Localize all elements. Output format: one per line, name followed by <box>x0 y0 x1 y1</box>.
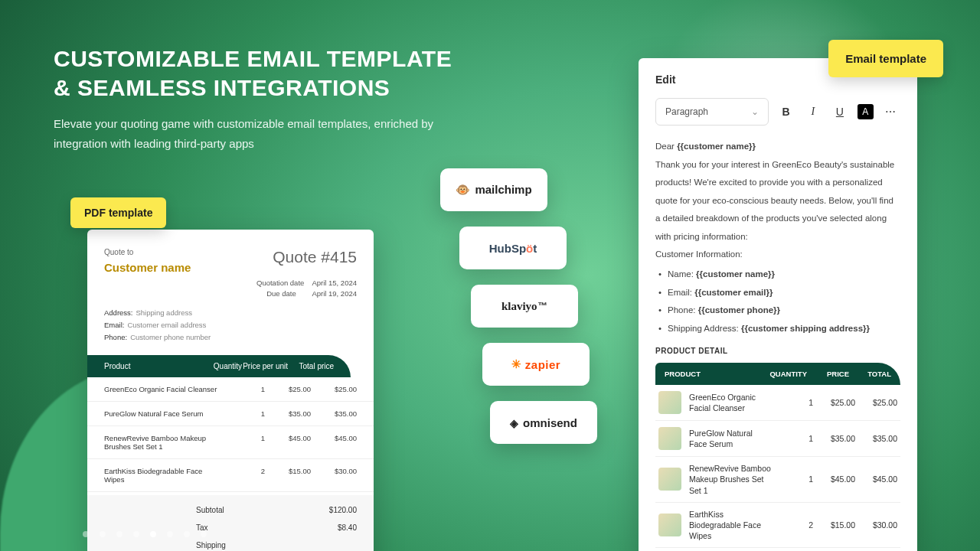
table-row: EarthKiss Biodegradable Face Wipes2$15.0… <box>87 459 374 492</box>
quotation-date: April 15, 2024 <box>312 279 357 287</box>
pdf-template-tag: PDF template <box>70 197 166 228</box>
paragraph-select[interactable]: Paragraph ⌄ <box>655 98 769 126</box>
integration-klaviyo: klaviyo™ <box>471 285 578 328</box>
table-row: PureGlow Natural Face Serum1$35.00$35.00 <box>87 402 374 426</box>
subtotal-key: Subtotal <box>104 506 329 514</box>
integrations-list: mailchimp HubSpöt klaviyo™ ✳zapier omnis… <box>413 168 597 444</box>
eth-price: PRICE <box>807 370 849 378</box>
table-row: PureGlow Natural Face Serum1$35.00$35.00 <box>655 421 900 457</box>
klaviyo-label: klaviyo <box>501 300 537 313</box>
hero-subtitle: Elevate your quoting game with customiza… <box>54 114 482 153</box>
pdf-table-header: Product Quantity Price per unit Total pr… <box>87 355 351 377</box>
dear-label: Dear <box>655 142 677 151</box>
page-dot[interactable] <box>100 531 106 537</box>
integration-omnisend: omnisend <box>490 401 597 444</box>
customer-info-label: Customer Information: <box>655 246 900 264</box>
email-key: Email: <box>104 321 124 329</box>
li-name-v: {{customer name}} <box>696 269 775 279</box>
chevron-down-icon: ⌄ <box>751 106 759 117</box>
table-row: GreenEco Organic Facial Cleanser1$25.00$… <box>655 385 900 421</box>
zapier-label: zapier <box>525 358 560 371</box>
th-product: Product <box>104 362 196 370</box>
page-dot[interactable] <box>150 531 156 537</box>
due-date-label: Due date <box>266 289 296 298</box>
quotation-date-label: Quotation date <box>256 279 304 287</box>
address-key: Address: <box>104 308 133 317</box>
hero-title: CUSTOMIZABLE EMAIL TEMPLATE & SEAMLESS I… <box>54 44 482 102</box>
page-dot[interactable] <box>201 531 207 537</box>
page-dot[interactable] <box>133 531 139 537</box>
li-ship-k: Shipping Address: <box>668 324 741 333</box>
page-dot[interactable] <box>167 531 173 537</box>
address-val: Shipping address <box>136 308 192 317</box>
email-template-tag: Email template <box>828 40 943 77</box>
li-name-k: Name: <box>668 269 696 279</box>
bold-button[interactable]: B <box>776 102 795 122</box>
product-thumb <box>658 514 681 536</box>
hubspot-label: HubSpöt <box>489 242 537 255</box>
product-thumb <box>658 427 681 450</box>
table-row: RenewRevive Bamboo Makeup Brushes Set Se… <box>655 457 900 503</box>
paragraph-select-label: Paragraph <box>665 106 708 117</box>
th-qty: Quantity <box>196 362 242 370</box>
pdf-template-card: Quote to Customer name Quote #415 Quotat… <box>87 230 374 551</box>
li-email-k: Email: <box>668 288 694 297</box>
phone-key: Phone: <box>104 333 127 341</box>
mailchimp-label: mailchimp <box>456 183 531 197</box>
table-row: GreenEco Organic Facial Cleanser1$25.00$… <box>87 377 374 402</box>
text-color-button[interactable]: A <box>858 104 874 119</box>
more-button[interactable]: ⋯ <box>881 102 900 122</box>
quote-to-label: Quote to <box>104 248 191 256</box>
integration-zapier: ✳zapier <box>482 343 590 386</box>
li-phone-k: Phone: <box>668 305 698 315</box>
th-ppu: Price per unit <box>242 362 288 370</box>
product-thumb <box>658 468 681 491</box>
customer-name-var: {{customer name}} <box>677 142 756 151</box>
table-row: EarthKiss Biodegradable Face Wipes2$15.0… <box>655 503 900 549</box>
li-email-v: {{customer email}} <box>694 288 773 297</box>
pdf-customer-name: Customer name <box>104 261 191 274</box>
table-row: RenewRevive Bamboo Makeup Brushes Set Se… <box>87 426 374 459</box>
page-dot[interactable] <box>116 531 122 537</box>
product-detail-section: PRODUCT DETAIL <box>655 347 900 355</box>
hero-title-line1: CUSTOMIZABLE EMAIL TEMPLATE <box>54 46 452 71</box>
email-table-header: PRODUCT QUANTITY PRICE TOTAL <box>655 363 900 385</box>
hero-title-line2: & SEAMLESS INTEGRATIONS <box>54 75 390 100</box>
eth-product: PRODUCT <box>665 370 765 378</box>
email-paragraph: Thank you for your interest in GreenEco … <box>655 156 900 246</box>
pagination-dots[interactable] <box>83 531 207 537</box>
li-phone-v: {{customer phone}} <box>698 305 780 315</box>
italic-button[interactable]: I <box>803 102 822 122</box>
shipping-key: Shipping <box>104 541 357 549</box>
email-val: Customer email address <box>127 321 206 329</box>
omnisend-label: omnisend <box>510 416 577 429</box>
email-template-card: Edit Paragraph ⌄ B I U A ⋯ Dear {{custom… <box>639 58 917 551</box>
integration-mailchimp: mailchimp <box>440 168 547 211</box>
email-body[interactable]: Dear {{customer name}} Thank you for you… <box>655 138 900 337</box>
editor-toolbar: Paragraph ⌄ B I U A ⋯ <box>655 98 900 126</box>
underline-button[interactable]: U <box>830 102 849 122</box>
subtotal-val: $120.00 <box>329 506 357 514</box>
product-thumb <box>658 391 681 414</box>
li-ship-v: {{customer shipping address}} <box>741 324 870 333</box>
tax-val: $8.40 <box>338 523 357 532</box>
page-dot[interactable] <box>83 531 89 537</box>
pdf-summary: Subtotal$120.00 Tax$8.40 Shipping <box>87 495 374 551</box>
eth-total: TOTAL <box>849 370 891 378</box>
th-total: Total price <box>288 362 334 370</box>
page-dot[interactable] <box>184 531 190 537</box>
phone-val: Customer phone number <box>130 333 211 341</box>
eth-qty: QUANTITY <box>765 370 807 378</box>
quote-number: Quote #415 <box>273 248 357 266</box>
integration-hubspot: HubSpöt <box>459 227 567 269</box>
due-date: April 19, 2024 <box>312 289 357 298</box>
